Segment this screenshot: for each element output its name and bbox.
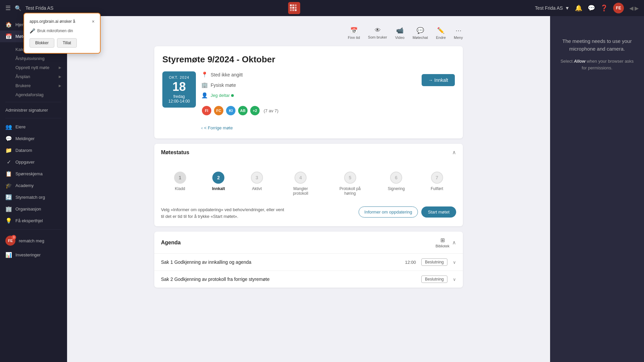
styrematch-icon: 🔄 xyxy=(5,194,12,200)
nav-forward-icon[interactable]: ▶ xyxy=(635,5,639,11)
sidebar-divider-2 xyxy=(5,118,61,118)
step-fullfort: 7 Fullført xyxy=(431,172,443,191)
sidebar-item-sporreskjema[interactable]: 📋 Spørreskjema xyxy=(0,168,67,180)
sidebar-subitem-opprett[interactable]: Opprett nytt møte ▶ xyxy=(15,63,67,72)
agenda-item-1-title: Sak 1 Godkjenning av innkalling og agend… xyxy=(161,259,251,265)
beslutning-badge-2: Beslutning xyxy=(421,276,447,283)
sidebar-item-datarom[interactable]: 📁 Datarom xyxy=(0,144,67,156)
step-label-protokoll: Protokoll på høring xyxy=(338,186,362,196)
sidebar-label-datarom: Datarom xyxy=(15,148,61,153)
sidebar-item-academy[interactable]: 🎓 Academy xyxy=(0,180,67,191)
sidebar-user[interactable]: FE 3 rematch meg xyxy=(0,232,67,249)
step-label-innkalt: Innkalt xyxy=(212,186,225,191)
svg-rect-2 xyxy=(292,4,294,6)
agenda-item-2-right: Beslutning ∨ xyxy=(416,276,456,283)
popup-header: apps.orgbrain.ai ønsker å × xyxy=(30,19,95,24)
agenda-collapse-icon[interactable]: ∧ xyxy=(452,239,456,246)
sidebar-item-eksperthjel[interactable]: 💡 Få eksperthjel xyxy=(0,215,67,227)
arsplan-arrow-icon: ▶ xyxy=(59,75,61,78)
agenda-item-1[interactable]: Sak 1 Godkjenning av innkalling og agend… xyxy=(154,253,463,270)
popup-close-button[interactable]: × xyxy=(92,19,95,24)
sidebar-item-admin-signaturer[interactable]: Administrer signaturer xyxy=(0,105,67,115)
brukere-arrow-icon: ▶ xyxy=(59,84,61,87)
sidebar-subitem-arsplan[interactable]: Årsplan ▶ xyxy=(15,72,67,81)
popup-buttons: Blokker Tillat xyxy=(30,38,95,48)
expert-icon: 💡 xyxy=(5,218,12,224)
agenda-expand-1[interactable]: ∨ xyxy=(453,260,456,265)
svg-rect-1 xyxy=(290,4,291,6)
search-icon[interactable]: 🔍 xyxy=(15,5,21,11)
messages-icon: 💬 xyxy=(5,135,12,142)
toolbar-som-bruker[interactable]: 👁 Som bruker xyxy=(368,27,387,40)
step-circle-5: 5 xyxy=(344,172,356,184)
nav-back-icon[interactable]: ◀ xyxy=(629,5,633,11)
dropdown-arrow-icon: ▼ xyxy=(565,5,570,11)
sidebar-subitem-brukere[interactable]: Brukere ▶ xyxy=(15,81,67,90)
endre-icon: ✏️ xyxy=(437,27,444,34)
user-avatar[interactable]: FE xyxy=(613,3,624,13)
topbar-icons: 🔔 💬 ❓ xyxy=(575,4,608,12)
sidebar-item-organisasjon[interactable]: 🏢 Organisasjon xyxy=(0,203,67,215)
step-signering: 6 Signering xyxy=(388,172,405,191)
sidebar-label-sporreskjema: Spørreskjema xyxy=(15,171,61,176)
section-collapse-icon[interactable]: ∧ xyxy=(452,149,456,156)
video-icon: 📹 xyxy=(396,27,404,34)
academy-icon: 🎓 xyxy=(5,182,12,189)
nav-arrows: ◀ ▶ xyxy=(629,5,639,11)
org-dropdown[interactable]: Test Frida AS ▼ xyxy=(535,5,570,11)
meeting-details: 📍 Sted ikke angitt 🏢 Fysisk møte 👤 Jeg d… xyxy=(201,71,416,130)
sidebar-subitem-agendaforslag[interactable]: Agendaforslag xyxy=(15,90,67,99)
agenda-item-1-time: 12:00 xyxy=(405,260,416,265)
sidebar-subitem-arshjulsvisning[interactable]: Årshjulsvisning xyxy=(15,54,67,63)
agenda-header[interactable]: Agenda ⊞ Bibliotek ∧ xyxy=(154,232,463,253)
logo-icon xyxy=(288,2,300,14)
bibliotek-label: Bibliotek xyxy=(435,244,449,248)
tasks-icon: ✓ xyxy=(5,159,12,165)
sidebar-label-eiere: Eiere xyxy=(15,124,61,129)
help-icon[interactable]: ❓ xyxy=(600,4,608,12)
org-icon: 🏢 xyxy=(5,206,12,212)
org-dropdown-name: Test Frida AS xyxy=(535,5,563,11)
svg-rect-5 xyxy=(292,7,294,8)
sidebar-item-meldinger[interactable]: 💬 Meldinger xyxy=(0,133,67,144)
date-month: OKT. 2024 xyxy=(168,75,191,79)
innkalt-button[interactable]: → Innkalt xyxy=(422,74,455,86)
prev-meeting-link[interactable]: ‹ < Forrige møte xyxy=(201,125,416,130)
sidebar-item-styrematch[interactable]: 🔄 Styrematch org xyxy=(0,191,67,203)
sidebar-item-investeringer[interactable]: 📊 Investeringer xyxy=(0,249,67,261)
meeting-status-body: 1 Kladd 2 Innkalt 3 Aktivt 4 xyxy=(154,161,463,226)
toolbar-video[interactable]: 📹 Video xyxy=(395,27,405,40)
popup-block-button[interactable]: Blokker xyxy=(30,38,54,48)
svg-rect-6 xyxy=(295,7,297,8)
start-meeting-button[interactable]: Start møtet xyxy=(421,206,456,218)
step-aktivt: 3 Aktivt xyxy=(251,172,263,191)
step-circle-7: 7 xyxy=(431,172,443,184)
toolbar-finn-tid[interactable]: 📅 Finn tid xyxy=(348,27,360,40)
meeting-status-section: Møtestatus ∧ 1 Kladd 2 Innkalt xyxy=(154,144,463,226)
step-circle-2: 2 xyxy=(212,172,224,184)
topbar-logo xyxy=(288,2,300,14)
toolbar-endre[interactable]: ✏️ Endre xyxy=(436,27,446,40)
meeting-type-text: Fysisk møte xyxy=(211,82,236,88)
main-layout: 🏠 Hjem 📅 Møter Kalender Årshjulsvisning … xyxy=(0,0,644,362)
svg-rect-9 xyxy=(295,9,297,11)
toolbar-meny[interactable]: ⋯ Meny xyxy=(454,27,463,40)
sidebar-label-styrematch: Styrematch org xyxy=(15,195,61,200)
svg-rect-4 xyxy=(290,7,291,8)
toolbar-endre-label: Endre xyxy=(436,36,446,40)
sidebar-divider-1 xyxy=(5,102,61,102)
agenda-item-2[interactable]: Sak 2 Godkjenning av protokoll fra forri… xyxy=(154,270,463,288)
bibliotek-button[interactable]: ⊞ Bibliotek xyxy=(435,237,449,248)
inform-button[interactable]: Informer om oppdatering xyxy=(359,206,418,218)
popup-allow-button[interactable]: Tillat xyxy=(57,38,77,48)
meeting-status-header[interactable]: Møtestatus ∧ xyxy=(154,144,463,161)
notifications-icon[interactable]: 🔔 xyxy=(575,4,582,12)
hamburger-menu[interactable]: ☰ xyxy=(5,4,11,12)
sidebar-label-oppgaver: Oppgaver xyxy=(15,160,61,165)
toolbar-motechat[interactable]: 💬 Møtechat xyxy=(413,27,428,40)
agenda-expand-2[interactable]: ∨ xyxy=(453,277,456,282)
sidebar-item-oppgaver[interactable]: ✓ Oppgaver xyxy=(0,156,67,168)
sidebar-item-eiere[interactable]: 👥 Eiere xyxy=(0,121,67,133)
chat-icon[interactable]: 💬 xyxy=(588,4,595,12)
right-panel: The meeting needs to use your microphone… xyxy=(550,16,644,362)
